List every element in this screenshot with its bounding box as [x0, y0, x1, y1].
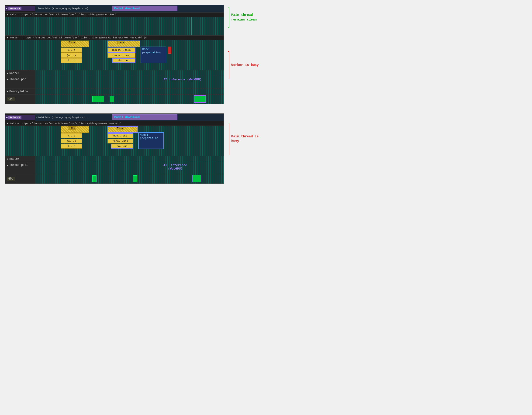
memory-label: MemoryInfra [9, 90, 28, 93]
p2-gpu-green2 [133, 175, 137, 182]
gpu-label: GPU [7, 97, 15, 101]
p2-task1-block: Task [61, 126, 89, 133]
model-download-bar: Model download [112, 6, 177, 11]
main-thread-annotation: Main thread remains clean [228, 7, 261, 28]
p2-run-sks: Run...sks [107, 133, 133, 138]
task2-block: Task [107, 40, 140, 47]
p2-gpu-label: GPU [7, 177, 15, 181]
worker-header: ▼ Worker — https://chrome.dev/web-ai-dem… [5, 36, 224, 40]
panel2: ▶ Network -int4.bin (storage.googleapis.… [5, 113, 224, 184]
run-s-block: R...s [61, 47, 82, 53]
task1-label: Task [68, 41, 76, 44]
main-thread-busy-annotation: Main thread is busy [228, 123, 261, 155]
worker-annotation: Worker is busy [228, 51, 261, 79]
p2-ai-inference-label: AI inference (WebGPU) [163, 164, 187, 170]
play-icon: ▶ [6, 7, 8, 10]
p2-anous: (ano...us) [107, 139, 133, 143]
p2-dd: d...d [61, 144, 82, 148]
thread-pool-label: Thread pool [9, 78, 28, 81]
task2-label: Task [117, 41, 125, 44]
p2-model-download-label: Model download [114, 116, 140, 119]
raster-row: ▶ Raster [5, 70, 224, 76]
p2-model-prep: Model preparation [138, 132, 164, 149]
anon-ous-block: (anon...ous) [107, 53, 135, 58]
thread-pool-row: ▶ Thread pool AI inference (WebGPU) [5, 76, 224, 89]
p2-raster-triangle: ▶ [7, 157, 8, 161]
raster-triangle: ▶ [7, 72, 8, 75]
worker-busy-label: Worker is busy [231, 63, 259, 67]
p2-task1-label: Task [68, 127, 76, 130]
p2-anon: (a...) [61, 139, 82, 143]
p2-raster-label: Raster [9, 157, 19, 161]
panel1: ▶ Network -int4.bin (storage.googleapis.… [5, 5, 224, 104]
gpu-green3 [194, 95, 206, 103]
p2-network-file-label: -int4.bin (storage.googleapis.co... [36, 116, 90, 119]
p2-gpu-green3 [192, 175, 201, 182]
dond-block: do...nd [112, 58, 135, 63]
task1-block: Task [61, 40, 89, 47]
gpu-row: GPU [5, 94, 224, 104]
memory-infra-row: ▶ MemoryInfra [5, 89, 224, 94]
model-download-label: Model download [114, 7, 140, 10]
main-thread-busy-label: Main thread is busy [231, 134, 261, 143]
main-thread-header: ▼ Main — https://chrome.dev/web-ai-demos… [5, 13, 224, 17]
model-prep-block: Model preparation [141, 46, 166, 63]
p2-task2-block: Task [107, 126, 138, 133]
p2-network-badge: Network [8, 116, 21, 119]
p2-raster-row: ▶ Raster [5, 156, 224, 162]
p2-main-timeline: Task R...s (a...) d...d Task Run...sks (… [5, 126, 224, 156]
network-row: ▶ Network -int4.bin (storage.googleapis.… [5, 5, 224, 13]
run-masks-block: Run m...asks [107, 47, 135, 53]
thread-pool-triangle: ▶ [7, 78, 8, 81]
p2-play-icon: ▶ [6, 116, 8, 119]
anon-block: (a...) [61, 53, 82, 58]
network-badge: Network [8, 7, 21, 10]
p2-network-row: ▶ Network -int4.bin (storage.googleapis.… [5, 114, 224, 121]
p2-gpu-green1 [92, 175, 96, 182]
dd-block: d...d [61, 58, 82, 63]
worker-timeline: Task R...s (a...) d...d Task Run m...ask… [5, 40, 224, 70]
p2-thread-pool-label: Thread pool [9, 164, 28, 167]
p2-dond: do...nd [111, 144, 133, 148]
p2-thread-pool-row: ▶ Thread pool AI inference (WebGPU) [5, 162, 224, 174]
raster-label: Raster [9, 72, 19, 75]
red-bar [168, 46, 171, 54]
main-thread-timeline [5, 17, 224, 36]
p2-gpu-row: GPU [5, 174, 224, 184]
memory-triangle: ▶ [7, 90, 8, 93]
annotations-panel2: Main thread is busy [228, 113, 261, 155]
p2-main-header: ▼ Main — https://chrome.dev/web-ai-demos… [5, 121, 224, 126]
p2-model-download-bar: Model download [112, 114, 177, 120]
p2-task2-label: Task [116, 127, 124, 130]
network-file-label: -int4.bin (storage.googleapis.com) [36, 7, 88, 10]
gpu-green2 [110, 96, 114, 102]
main-thread-clean-label: Main thread remains clean [231, 13, 261, 22]
annotations-panel1: Main thread remains clean Worker is busy [228, 5, 261, 79]
ai-inference-label1: AI inference (WebGPU) [163, 78, 202, 81]
p2-thread-pool-triangle: ▶ [7, 164, 8, 167]
gpu-green1 [92, 96, 104, 102]
p2-run-s: R...s [61, 133, 82, 138]
